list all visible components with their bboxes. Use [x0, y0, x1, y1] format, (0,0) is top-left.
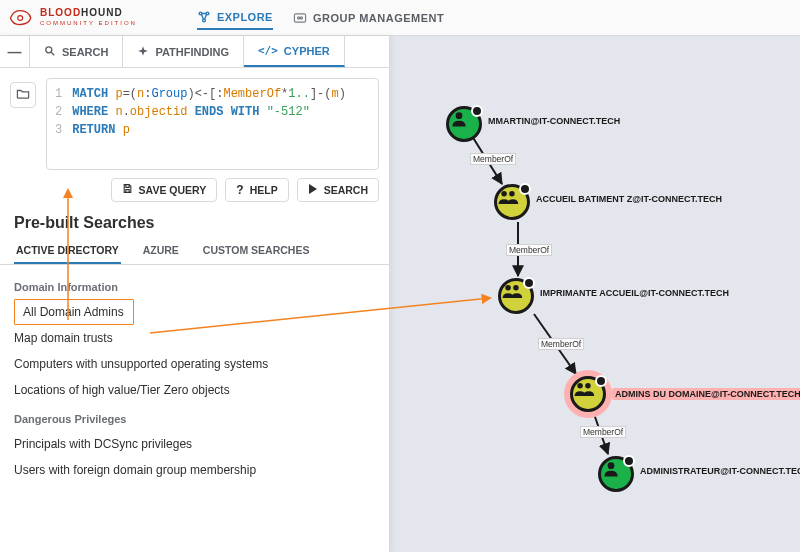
logo-text-2: HOUND [81, 7, 123, 18]
subtab-custom[interactable]: CUSTOM SEARCHES [201, 238, 312, 264]
tab-search[interactable]: SEARCH [30, 36, 123, 67]
node-label: ADMINS DU DOMAINE@IT-CONNECT.TECH [612, 388, 800, 400]
search-panel: — SEARCH PATHFINDING </> CYPHER 1 [0, 36, 390, 552]
prebuilt-list: Domain Information All Domain Admins Map… [0, 265, 389, 483]
svg-point-2 [206, 12, 209, 15]
search-map-domain-trusts[interactable]: Map domain trusts [14, 325, 375, 351]
line-gutter: 1 2 3 [55, 85, 72, 163]
svg-point-0 [18, 15, 23, 20]
tab-pathfinding[interactable]: PATHFINDING [123, 36, 244, 67]
node-label: IMPRIMANTE ACCUEIL@IT-CONNECT.TECH [540, 288, 729, 298]
search-icon [44, 45, 56, 59]
open-saved-queries-button[interactable] [10, 82, 36, 108]
svg-point-7 [46, 46, 52, 52]
top-nav: EXPLORE GROUP MANAGEMENT [197, 6, 444, 30]
cypher-icon: </> [258, 44, 278, 57]
search-dcsync-principals[interactable]: Principals with DCSync privileges [14, 431, 375, 457]
svg-point-14 [509, 191, 515, 197]
svg-point-15 [505, 285, 511, 291]
tab-cypher[interactable]: </> CYPHER [244, 36, 345, 67]
svg-point-1 [199, 12, 202, 15]
help-button[interactable]: ? HELP [225, 178, 288, 202]
graph-node-user[interactable] [598, 456, 634, 492]
search-all-domain-admins[interactable]: All Domain Admins [14, 299, 134, 325]
svg-point-5 [298, 16, 300, 18]
graph-canvas[interactable]: MMARTIN@IT-CONNECT.TECH ACCUEIL BATIMENT… [390, 36, 800, 552]
panel-tabs: — SEARCH PATHFINDING </> CYPHER [0, 36, 389, 68]
save-query-button[interactable]: SAVE QUERY [111, 178, 218, 202]
save-query-label: SAVE QUERY [139, 184, 207, 196]
prebuilt-subtabs: ACTIVE DIRECTORY AZURE CUSTOM SEARCHES [0, 234, 389, 265]
node-label: ACCUEIL BATIMENT Z@IT-CONNECT.TECH [536, 194, 722, 204]
bloodhound-logo-icon [8, 8, 34, 28]
node-badge-icon [519, 183, 531, 195]
node-badge-icon [595, 375, 607, 387]
query-actions: SAVE QUERY ? HELP SEARCH [0, 174, 389, 208]
brand-logo: BLOODHOUND COMMUNITY EDITION [8, 8, 137, 28]
prebuilt-title: Pre-built Searches [0, 208, 389, 234]
cypher-query-area: 1 2 3 MATCH p=(n:Group)<-[:MemberOf*1..]… [0, 68, 389, 174]
svg-point-18 [585, 383, 591, 389]
run-search-button[interactable]: SEARCH [297, 178, 379, 202]
folder-icon [16, 88, 30, 103]
explore-icon [197, 10, 211, 24]
nav-group-management[interactable]: GROUP MANAGEMENT [293, 7, 444, 29]
nav-explore[interactable]: EXPLORE [197, 6, 273, 30]
svg-point-3 [202, 19, 205, 22]
search-computers-unsupported-os[interactable]: Computers with unsupported operating sys… [14, 351, 375, 377]
graph-node-group[interactable] [494, 184, 530, 220]
graph-node-group[interactable] [570, 376, 606, 412]
tab-cypher-label: CYPHER [284, 45, 330, 57]
play-icon [308, 183, 318, 197]
svg-point-16 [513, 285, 519, 291]
search-high-value-locations[interactable]: Locations of high value/Tier Zero object… [14, 377, 375, 403]
save-icon [122, 183, 133, 197]
svg-point-17 [577, 383, 583, 389]
subtab-azure[interactable]: AZURE [141, 238, 181, 264]
run-search-label: SEARCH [324, 184, 368, 196]
svg-point-12 [456, 112, 463, 119]
svg-point-19 [608, 462, 615, 469]
edge-label: MemberOf [470, 153, 516, 165]
node-badge-icon [623, 455, 635, 467]
nav-explore-label: EXPLORE [217, 11, 273, 23]
collapse-icon: — [8, 44, 22, 60]
group-heading-domain-info: Domain Information [14, 271, 375, 299]
group-heading-dangerous-privs: Dangerous Privileges [14, 403, 375, 431]
logo-text-1: BLOOD [40, 7, 81, 18]
edge-label: MemberOf [506, 244, 552, 256]
help-icon: ? [236, 183, 243, 197]
node-label: MMARTIN@IT-CONNECT.TECH [488, 116, 620, 126]
node-badge-icon [523, 277, 535, 289]
graph-node-group[interactable] [498, 278, 534, 314]
node-label: ADMINISTRATEUR@IT-CONNECT.TECH [640, 466, 800, 476]
svg-point-6 [300, 16, 302, 18]
pathfinding-icon [137, 45, 149, 59]
tab-search-label: SEARCH [62, 46, 108, 58]
edge-label: MemberOf [538, 338, 584, 350]
nav-gm-label: GROUP MANAGEMENT [313, 12, 444, 24]
svg-point-13 [501, 191, 507, 197]
graph-node-user[interactable] [446, 106, 482, 142]
code-content: MATCH p=(n:Group)<-[:MemberOf*1..]-(m) W… [72, 85, 346, 163]
search-foreign-group-users[interactable]: Users with foreign domain group membersh… [14, 457, 375, 483]
help-label: HELP [250, 184, 278, 196]
node-badge-icon [471, 105, 483, 117]
group-management-icon [293, 11, 307, 25]
edge-label: MemberOf [580, 426, 626, 438]
tab-pathfinding-label: PATHFINDING [155, 46, 229, 58]
topbar: BLOODHOUND COMMUNITY EDITION EXPLORE GRO… [0, 0, 800, 36]
logo-tagline: COMMUNITY EDITION [40, 18, 137, 28]
subtab-ad[interactable]: ACTIVE DIRECTORY [14, 238, 121, 264]
cypher-editor[interactable]: 1 2 3 MATCH p=(n:Group)<-[:MemberOf*1..]… [46, 78, 379, 170]
collapse-tab[interactable]: — [0, 36, 30, 67]
